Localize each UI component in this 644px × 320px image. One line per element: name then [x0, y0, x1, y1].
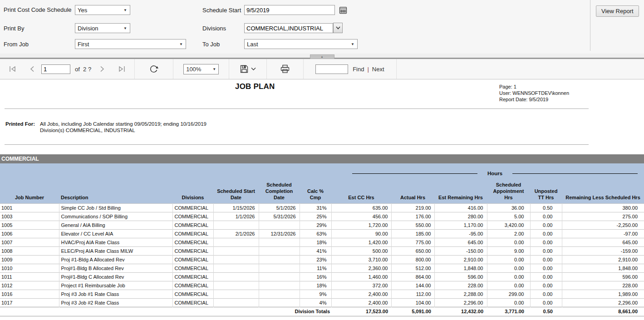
- divisions-label: Divisions: [202, 25, 226, 32]
- report-viewer: Print Cost Code Schedule Yes ▼ Schedule …: [0, 0, 644, 320]
- to-job-select[interactable]: Last ▼: [244, 39, 358, 49]
- printed-for-label: Printed For:: [5, 121, 40, 133]
- cell-description: Simple CC Job / Std Billing: [59, 203, 172, 212]
- total-remaining-less-scheduled-hrs: 8,661.00: [562, 307, 644, 316]
- cell-job-number: 1009: [0, 255, 59, 264]
- parameter-splitter: ▲: [0, 54, 644, 59]
- cell-divisions: COMMERCIAL: [172, 281, 213, 290]
- cell-est-remaining-hrs: 596.00: [434, 272, 487, 281]
- cell-scheduled-start-date: [213, 298, 259, 307]
- export-group: [229, 59, 266, 79]
- print-cost-code-schedule-select[interactable]: Yes ▼: [75, 5, 130, 15]
- table-row: 1008ELEC/Proj AIA Rate Class MILWCOMMERC…: [0, 246, 644, 255]
- cell-actual-hrs: 219.00: [391, 203, 434, 212]
- print-by-select[interactable]: Division ▼: [75, 23, 130, 33]
- cell-calc-pct-cmp: 25%: [300, 212, 331, 221]
- cell-divisions: COMMERCIAL: [172, 203, 213, 212]
- cell-description: Proj#1-Bldg B Allocated Rev: [59, 264, 172, 272]
- cell-remaining-less-scheduled-hrs: 1,848.00: [562, 264, 644, 272]
- next-page-button[interactable]: [96, 64, 108, 74]
- cell-est-cc-hrs: 2,400.00: [331, 290, 391, 298]
- parameter-divider: [590, 0, 590, 51]
- page-info-line: Page: 1: [499, 84, 569, 90]
- cell-calc-pct-cmp: 11%: [300, 264, 331, 272]
- cell-remaining-less-scheduled-hrs: 1,989.00: [562, 290, 644, 298]
- cell-divisions: COMMERCIAL: [172, 264, 213, 272]
- page-number-input[interactable]: [41, 64, 70, 74]
- cell-divisions: COMMERCIAL: [172, 238, 213, 246]
- cell-unposted-tt-hrs: 0.00: [530, 298, 562, 307]
- cell-est-cc-hrs: 500.00: [331, 246, 391, 255]
- print-icon[interactable]: [277, 63, 293, 75]
- cell-actual-hrs: 112.00: [391, 290, 434, 298]
- cell-job-number: 1012: [0, 281, 59, 290]
- cell-scheduled-start-date: [213, 238, 259, 246]
- cell-scheduled-start-date: 2/1/2026: [213, 229, 259, 238]
- cell-unposted-tt-hrs: 0.00: [530, 221, 562, 229]
- cell-unposted-tt-hrs: 0.00: [530, 246, 562, 255]
- divisions-dropdown-button[interactable]: [333, 23, 343, 33]
- find-group: Find | Next: [304, 59, 396, 79]
- chevron-down-icon: ▼: [123, 8, 127, 12]
- col-remaining-less-scheduled-hrs: Remaining Less Scheduled Hrs: [562, 180, 644, 203]
- col-est-remaining-hrs: Est Remaining Hrs: [434, 180, 487, 203]
- collapse-parameters-handle[interactable]: ▲: [310, 54, 334, 59]
- column-header-row: Job Number Description Divisions Schedul…: [0, 180, 644, 203]
- view-report-button[interactable]: View Report: [596, 5, 639, 17]
- toolbar-separator: [396, 59, 397, 79]
- cell-scheduled-completion-date: 12/31/2026: [259, 229, 300, 238]
- printed-for-line: Division(s) COMMERCIAL, INDUSTRIAL: [40, 127, 206, 133]
- cell-est-remaining-hrs: -95.00: [434, 229, 487, 238]
- cell-description: Proj#1-Bldg C Allocated Rev: [59, 272, 172, 281]
- cell-unposted-tt-hrs: 0.50: [530, 203, 562, 212]
- next-button[interactable]: Next: [372, 66, 384, 73]
- save-export-button[interactable]: [236, 63, 259, 75]
- cell-scheduled-start-date: [213, 255, 259, 264]
- cell-unposted-tt-hrs: 0.00: [530, 264, 562, 272]
- from-job-select[interactable]: First ▼: [75, 39, 186, 49]
- cell-remaining-less-scheduled-hrs: 228.00: [562, 281, 644, 290]
- cell-calc-pct-cmp: 4%: [300, 298, 331, 307]
- cell-est-cc-hrs: 1,420.00: [331, 238, 391, 246]
- cell-job-number: 1007: [0, 238, 59, 246]
- cell-unposted-tt-hrs: 0.00: [530, 281, 562, 290]
- first-page-button[interactable]: [5, 64, 20, 74]
- select-value: First: [78, 41, 89, 48]
- table-row: 1005General / AIA BillingCOMMERCIAL29%1,…: [0, 221, 644, 229]
- division-totals-label: Division Totals: [0, 307, 331, 316]
- zoom-select[interactable]: 100% ▼: [183, 64, 219, 74]
- previous-page-button[interactable]: [26, 64, 39, 74]
- hours-group-spacer: [0, 163, 331, 180]
- col-scheduled-appointment-hrs: Scheduled Appointment Hrs: [487, 180, 530, 203]
- cell-scheduled-start-date: [213, 290, 259, 298]
- schedule-start-label: Schedule Start: [202, 7, 241, 14]
- last-page-button[interactable]: [115, 64, 129, 74]
- table-row: 1007HVAC/Proj AIA Rate ClassCOMMERCIAL18…: [0, 238, 644, 246]
- cell-description: Elevator / CC Level AIA: [59, 229, 172, 238]
- chevron-down-icon: ▼: [212, 67, 216, 71]
- cell-actual-hrs: 800.00: [391, 255, 434, 264]
- cell-est-remaining-hrs: 645.00: [434, 238, 487, 246]
- find-button[interactable]: Find: [353, 66, 364, 73]
- table-row: 1010Proj#1-Bldg B Allocated RevCOMMERCIA…: [0, 264, 644, 272]
- cell-divisions: COMMERCIAL: [172, 221, 213, 229]
- col-unposted-tt-hrs: Unposted TT Hrs: [530, 180, 562, 203]
- calendar-icon[interactable]: [339, 6, 347, 15]
- divisions-input[interactable]: [244, 23, 333, 33]
- cell-divisions: COMMERCIAL: [172, 290, 213, 298]
- schedule-start-input[interactable]: [244, 5, 335, 15]
- find-next-separator: |: [367, 66, 369, 73]
- cell-scheduled-appointment-hrs: 299.00: [487, 290, 530, 298]
- cell-job-number: 1017: [0, 298, 59, 307]
- chevron-down-icon: ▼: [179, 42, 183, 46]
- table-row: 1006Elevator / CC Level AIACOMMERCIAL2/1…: [0, 229, 644, 238]
- find-input[interactable]: [315, 64, 348, 74]
- cell-est-cc-hrs: 456.00: [331, 212, 391, 221]
- cell-calc-pct-cmp: 9%: [300, 290, 331, 298]
- cell-est-remaining-hrs: 228.00: [434, 281, 487, 290]
- col-scheduled-start-date: Scheduled Start Date: [213, 180, 259, 203]
- refresh-icon[interactable]: [146, 62, 162, 76]
- cell-actual-hrs: 185.00: [391, 229, 434, 238]
- cell-remaining-less-scheduled-hrs: -159.00: [562, 246, 644, 255]
- select-value: Division: [78, 25, 98, 32]
